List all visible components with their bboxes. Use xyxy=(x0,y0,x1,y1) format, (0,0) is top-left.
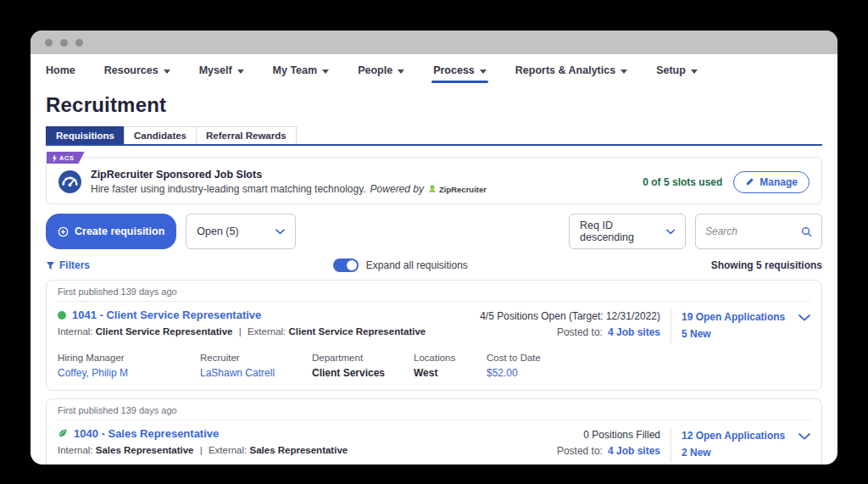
search-box xyxy=(695,214,822,249)
gauge-icon xyxy=(58,170,81,193)
collapse-chevron-icon[interactable] xyxy=(798,309,810,343)
tab-referral-rewards[interactable]: Referral Rewards xyxy=(196,126,297,144)
job-sites-link[interactable]: 4 Job sites xyxy=(608,326,660,338)
nav-item-resources[interactable]: Resources xyxy=(104,64,170,83)
tab-requisitions[interactable]: Requisitions xyxy=(46,126,125,144)
chevron-down-icon xyxy=(666,229,676,235)
positions-status: 0 Positions Filled xyxy=(557,427,660,443)
funnel-icon xyxy=(46,261,55,270)
search-input[interactable] xyxy=(705,225,797,237)
nav-item-home[interactable]: Home xyxy=(46,64,75,83)
nav-item-label: Myself xyxy=(199,64,232,76)
tab-bar: Requisitions Candidates Referral Rewards xyxy=(46,126,822,146)
collapse-chevron-icon[interactable] xyxy=(798,428,810,462)
sort-select[interactable]: Req ID descending xyxy=(569,214,686,249)
new-applications-link[interactable]: 5 New xyxy=(682,325,788,342)
tab-candidates[interactable]: Candidates xyxy=(124,126,197,144)
nav-item-label: Process xyxy=(433,64,475,76)
nav-item-label: My Team xyxy=(273,64,318,76)
nav-item-my-team[interactable]: My Team xyxy=(273,64,330,83)
chevron-down-icon xyxy=(275,229,285,235)
nav-item-reports-analytics[interactable]: Reports & Analytics xyxy=(515,64,627,83)
new-applications-link[interactable]: 2 New xyxy=(682,444,788,461)
job-sites-link[interactable]: 4 Job sites xyxy=(608,445,660,457)
hiring-manager-link[interactable]: Coffey, Philip M xyxy=(58,367,200,379)
top-navigation: Home Resources Myself My Team People xyxy=(46,64,822,83)
requisition-card: First published 139 days ago 1040 - Sale… xyxy=(46,398,822,465)
chevron-down-icon xyxy=(398,70,404,74)
chevron-down-icon xyxy=(480,70,487,74)
nav-item-process[interactable]: Process xyxy=(433,64,487,83)
pencil-icon xyxy=(745,177,754,186)
window-control-dot[interactable] xyxy=(75,39,83,47)
leaf-icon xyxy=(58,428,68,438)
filters-row: Filters Expand all requisitions Showing … xyxy=(46,259,822,272)
recruiter-link[interactable]: LaShawn Catrell xyxy=(200,367,312,379)
external-label: External: xyxy=(209,445,247,455)
expand-all-toggle[interactable] xyxy=(333,259,359,272)
slots-used-status: 0 of 5 slots used xyxy=(643,176,722,188)
requisition-title-link[interactable]: 1041 - Client Service Representative xyxy=(72,309,261,321)
manage-button-label: Manage xyxy=(760,176,798,188)
filters-button[interactable]: Filters xyxy=(46,259,90,271)
ziprecruiter-logo-icon xyxy=(428,185,437,193)
cost-to-date-link[interactable]: $52.00 xyxy=(487,367,580,379)
open-applications-link[interactable]: 12 Open Applications xyxy=(682,427,788,444)
requisition-title-link[interactable]: 1040 - Sales Representative xyxy=(74,427,219,440)
requisition-fields: Hiring Manager Coffey, Philip M Recruite… xyxy=(58,353,810,379)
toggle-knob xyxy=(347,260,357,270)
powered-by-label: Powered by xyxy=(370,183,424,195)
field-label: Recruiter xyxy=(200,353,312,363)
manage-button[interactable]: Manage xyxy=(733,171,810,193)
page-content: Home Resources Myself My Team People xyxy=(31,64,837,465)
nav-item-label: Reports & Analytics xyxy=(515,64,615,76)
banner-title: ZipRecruiter Sponsored Job Slots xyxy=(91,169,487,181)
requisition-controls: Create requisition Open (5) Req ID desce… xyxy=(46,214,822,249)
page-title: Recruitment xyxy=(46,93,822,117)
nav-item-people[interactable]: People xyxy=(358,64,404,83)
nav-item-setup[interactable]: Setup xyxy=(656,64,698,83)
chevron-down-icon xyxy=(620,70,627,74)
status-filter-select[interactable]: Open (5) xyxy=(186,214,296,249)
open-applications-link[interactable]: 19 Open Applications xyxy=(682,309,788,325)
published-date: First published 139 days ago xyxy=(58,405,810,420)
internal-label: Internal: xyxy=(58,445,93,455)
requisition-card: First published 139 days ago 1041 - Clie… xyxy=(46,280,822,391)
screenshot-stage: Home Resources Myself My Team People xyxy=(0,0,868,484)
expand-toggle-label: Expand all requisitions xyxy=(366,259,468,271)
create-requisition-label: Create requisition xyxy=(75,225,164,237)
internal-label: Internal: xyxy=(58,326,93,337)
positions-status: 4/5 Positions Open (Target: 12/31/2022) xyxy=(480,309,660,325)
window-control-dot[interactable] xyxy=(45,39,53,47)
create-requisition-button[interactable]: Create requisition xyxy=(46,214,176,249)
acs-tag: ACS xyxy=(47,152,85,164)
banner-subtitle-text: Hire faster using industry-leading smart… xyxy=(91,183,366,195)
status-dot-icon xyxy=(58,311,66,320)
chevron-down-icon xyxy=(322,70,329,74)
vertical-divider xyxy=(670,427,671,462)
published-date: First published 139 days ago xyxy=(58,287,810,302)
field-label: Locations xyxy=(414,353,487,363)
internal-value: Client Service Representative xyxy=(96,326,233,337)
ziprecruiter-logo-text: ZipRecruiter xyxy=(439,185,487,194)
chevron-down-icon xyxy=(691,70,698,74)
external-value: Client Service Representative xyxy=(288,326,426,337)
window-control-dot[interactable] xyxy=(60,39,68,47)
posted-to-label: Posted to: xyxy=(557,445,603,457)
separator: | xyxy=(200,445,203,455)
internal-value: Sales Representative xyxy=(96,445,194,455)
internal-external-names: Internal: Sales Representative | Externa… xyxy=(58,445,557,455)
acs-tag-label: ACS xyxy=(59,154,75,162)
search-icon[interactable] xyxy=(801,226,812,237)
app-window: Home Resources Myself My Team People xyxy=(31,31,837,465)
results-count: Showing 5 requisitions xyxy=(711,259,822,271)
expand-toggle-group: Expand all requisitions xyxy=(333,259,468,272)
nav-item-myself[interactable]: Myself xyxy=(199,64,244,83)
internal-external-names: Internal: Client Service Representative … xyxy=(58,326,480,337)
vertical-divider xyxy=(670,309,671,343)
sort-value: Req ID descending xyxy=(580,220,666,243)
nav-item-label: Home xyxy=(46,64,75,76)
window-titlebar xyxy=(31,31,837,54)
ziprecruiter-banner: ACS ZipRecruiter Sponsored Job Slots Hir… xyxy=(46,157,822,204)
filters-label: Filters xyxy=(59,259,90,271)
